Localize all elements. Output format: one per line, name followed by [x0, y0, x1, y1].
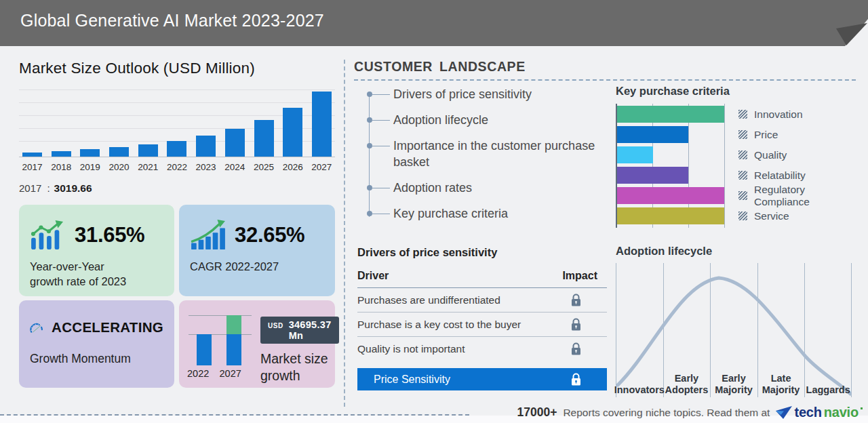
report-count: 17000+ [517, 405, 557, 420]
market-bar-column [164, 89, 189, 157]
cagr-label: CAGR 2022-2027 [190, 260, 324, 275]
stage-label: Laggards [804, 373, 852, 396]
market-chart-title: Market Size Outlook (USD Million) [19, 60, 335, 77]
legend-item: Service [738, 207, 861, 224]
chart-legend: InnovationPriceQualityRelatabilityRegula… [738, 106, 861, 228]
market-bar-2026 [283, 108, 302, 157]
x-axis-line [19, 157, 335, 157]
yoy-label: Year-over-Year growth rate of 2023 [30, 260, 163, 289]
footer-text: Reports covering niche topics. Read them… [563, 407, 770, 419]
driver-label: Quality is not important [357, 343, 465, 355]
yoy-value: 31.65% [75, 223, 144, 247]
vertical-dashed-divider [344, 60, 345, 407]
stage-label: Early Majority [710, 373, 757, 396]
landscape-item-label: Adoption rates [393, 181, 472, 195]
market-x-label: 2027 [309, 162, 334, 172]
key-purchase-criteria-section: Key purchase criteria InnovationPriceQua… [616, 85, 863, 228]
header-bar: Global Generative AI Market 2023-2027 [0, 0, 868, 46]
mini-growth-chart: 2022 2027 [187, 308, 252, 380]
landscape-item: Adoption lifecycle [354, 107, 608, 133]
footer-dashed-line [0, 414, 469, 416]
market-size-bar-chart [19, 89, 335, 157]
market-x-label: 2021 [136, 162, 161, 172]
market-size-panel: Market Size Outlook (USD Million) 201720… [19, 60, 335, 388]
cagr-value: 32.65% [235, 223, 304, 247]
page-title: Global Generative AI Market 2023-2027 [0, 0, 868, 31]
lock-icon [571, 294, 581, 306]
market-growth-card: 2022 2027 USD 34695.37 Mn Market size gr… [179, 300, 335, 388]
anchor-value: 3019.66 [54, 182, 92, 194]
legend-label: Regulatory Compliance [754, 184, 861, 208]
market-bar-2021 [138, 144, 158, 157]
legend-item: Regulatory Compliance [738, 187, 861, 204]
market-bar-column [309, 89, 334, 157]
market-bar-2022 [167, 141, 186, 157]
yoy-growth-card: 31.65% Year-over-Year growth rate of 202… [19, 205, 174, 296]
criteria-bar-regulatory-compliance [617, 187, 724, 204]
mini-year-2027: 2027 [220, 368, 252, 379]
stage-label: Early Adopters [663, 373, 711, 396]
stage-label: Late Majority [757, 373, 805, 396]
table-header-row: Driver Impact [357, 270, 607, 288]
table-row: Purchase is a key cost to the buyer [357, 312, 607, 336]
legend-swatch-icon [738, 150, 747, 159]
adoption-lifecycle-chart: InnovatorsEarly AdoptersEarly MajorityLa… [616, 263, 852, 397]
highlighted-row-price-sensitivity: Price Sensitivity [357, 368, 607, 390]
market-x-label: 2026 [280, 162, 305, 172]
stage-label-text: Late Majority [757, 373, 805, 396]
market-bar-column [222, 89, 248, 157]
legend-item: Price [738, 126, 861, 143]
stage-label-text: Early Adopters [663, 373, 711, 396]
customer-landscape-list: Drivers of price sensitivityAdoption lif… [354, 81, 608, 226]
market-x-label: 2023 [193, 162, 218, 172]
customer-landscape-title: CUSTOMER LANDSCAPE [354, 59, 526, 74]
market-bars [19, 89, 335, 157]
page-curl-decoration [836, 21, 867, 46]
market-bar-2018 [52, 151, 71, 157]
table-row: Quality is not important [357, 336, 607, 361]
footer: 17000+ Reports covering niche topics. Re… [517, 405, 863, 420]
table-row: Purchases are undifferentiated [357, 288, 607, 312]
landscape-item: Key purchase criteria [354, 201, 608, 226]
landscape-item-label: Drivers of price sensitivity [393, 87, 532, 101]
legend-item: Quality [738, 146, 861, 163]
market-bar-column [20, 89, 45, 157]
lock-icon [571, 342, 581, 355]
legend-swatch-icon [738, 130, 747, 139]
criteria-bar-quality [617, 146, 653, 163]
legend-item: Innovation [738, 106, 861, 123]
market-bar-2023 [196, 136, 216, 157]
mini-bar-2027-growth [226, 315, 241, 334]
legend-swatch-icon [738, 110, 747, 119]
momentum-label: Growth Momentum [30, 351, 163, 367]
landscape-item: Importance in the customer purchase bask… [354, 133, 608, 175]
stage-label-text: Innovators [614, 384, 665, 396]
landscape-item-label: Key purchase criteria [393, 207, 508, 220]
impact-lock [571, 342, 607, 355]
driver-label: Purchase is a key cost to the buyer [357, 319, 521, 331]
driver-label: Purchases are undifferentiated [357, 294, 500, 306]
legend-label: Quality [754, 149, 787, 161]
market-x-label: 2024 [222, 162, 248, 172]
market-x-label: 2020 [106, 162, 132, 172]
mini-bar-2022 [197, 334, 212, 365]
legend-label: Relatability [754, 169, 806, 182]
landscape-item-label: Adoption lifecycle [393, 113, 488, 127]
criteria-bar-relatability [617, 167, 688, 184]
legend-swatch-icon [738, 171, 747, 180]
key-purchase-criteria-chart: InnovationPriceQualityRelatabilityRegula… [616, 104, 861, 228]
legend-label: Service [754, 210, 789, 222]
legend-swatch-icon [738, 191, 747, 200]
adoption-lifecycle-title: Adoption lifecycle [616, 245, 854, 258]
legend-swatch-icon [738, 212, 747, 220]
market-bar-2025 [254, 120, 274, 157]
column-impact: Impact [562, 270, 607, 282]
market-bar-2024 [225, 129, 245, 157]
market-bar-2020 [109, 147, 129, 157]
growth-arrow-icon [190, 220, 226, 251]
market-bar-column [49, 89, 74, 157]
technavio-logo[interactable]: technavio [776, 405, 863, 420]
speedometer-icon [30, 313, 43, 342]
legend-item: Relatability [738, 167, 861, 184]
market-bar-column [252, 89, 277, 157]
